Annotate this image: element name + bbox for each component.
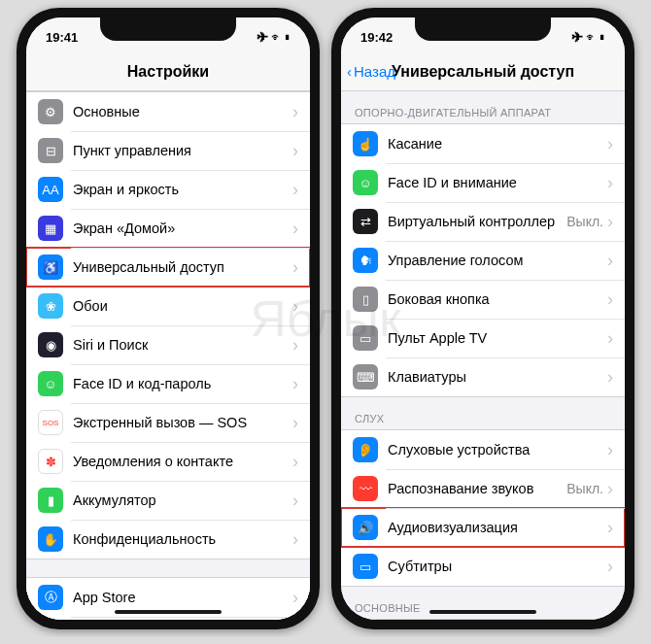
apple-tv-remote-icon: ▭: [353, 325, 378, 351]
row-privacy[interactable]: ✋Конфиденциальность›: [26, 520, 310, 559]
row-hearing-devices[interactable]: 👂Слуховые устройства›: [341, 430, 625, 469]
row-label: Siri и Поиск: [73, 337, 292, 353]
row-apple-tv-remote[interactable]: ▭Пульт Apple TV›: [341, 319, 625, 357]
chevron-right-icon: ›: [292, 335, 298, 356]
exposure-icon: ✽: [38, 449, 63, 474]
battery-icon: ▮: [38, 488, 63, 513]
chevron-right-icon: ›: [292, 296, 298, 317]
chevron-right-icon: ›: [292, 257, 298, 278]
settings-group: ⚙Основные›⊟Пункт управления›AAЭкран и яр…: [26, 91, 310, 559]
side-button-icon: ▯: [353, 287, 378, 312]
row-keyboards[interactable]: ⌨Клавиатуры›: [341, 357, 625, 396]
touch-icon: ☝: [353, 131, 378, 156]
settings-group: 👂Слуховые устройства›〰Распознавание звук…: [341, 429, 625, 587]
row-label: Обои: [73, 298, 292, 314]
chevron-right-icon: ›: [292, 529, 298, 550]
row-audio-visual[interactable]: 🔊Аудиовизуализация›: [341, 508, 625, 547]
row-siri[interactable]: ◉Siri и Поиск›: [26, 325, 310, 364]
chevron-right-icon: ›: [292, 588, 298, 608]
row-label: Face ID и внимание: [388, 175, 607, 190]
row-face-attention[interactable]: ☺Face ID и внимание›: [341, 163, 625, 202]
switch-control-icon: ⇄: [353, 209, 378, 234]
siri-icon: ◉: [38, 332, 63, 357]
subtitles-icon: ▭: [353, 554, 378, 579]
appstore-icon: Ⓐ: [38, 585, 63, 610]
chevron-right-icon: ›: [607, 134, 613, 154]
row-label: Пункт управления: [73, 143, 292, 158]
privacy-icon: ✋: [38, 526, 63, 552]
voice-control-icon: 🗣: [353, 248, 378, 273]
chevron-right-icon: ›: [607, 557, 613, 577]
back-button[interactable]: ‹ Назад: [347, 63, 395, 80]
page-title: Настройки: [127, 63, 209, 81]
row-sos[interactable]: SOSЭкстренный вызов — SOS›: [26, 403, 310, 442]
chevron-right-icon: ›: [607, 518, 613, 538]
notch: [100, 17, 236, 41]
row-label: Конфиденциальность: [73, 531, 292, 547]
chevron-right-icon: ›: [607, 212, 613, 232]
section-header: ОПОРНО-ДВИГАТЕЛЬНЫЙ АППАРАТ: [341, 91, 625, 123]
keyboards-icon: ⌨: [353, 364, 378, 390]
chevron-right-icon: ›: [292, 413, 298, 433]
row-subtitles[interactable]: ▭Субтитры›: [341, 547, 625, 586]
row-wallpaper[interactable]: ❀Обои›: [26, 287, 310, 325]
settings-list[interactable]: ⚙Основные›⊟Пункт управления›AAЭкран и яр…: [26, 91, 310, 620]
row-label: Face ID и код-пароль: [73, 376, 292, 391]
row-label: Субтитры: [388, 559, 607, 574]
row-faceid[interactable]: ☺Face ID и код-пароль›: [26, 364, 310, 403]
general-icon: ⚙: [38, 99, 63, 124]
row-sound-recognition[interactable]: 〰Распознавание звуковВыкл.›: [341, 469, 625, 508]
hearing-devices-icon: 👂: [353, 437, 378, 462]
row-label: App Store: [73, 590, 292, 605]
chevron-right-icon: ›: [607, 251, 613, 271]
row-general[interactable]: ⚙Основные›: [26, 92, 310, 131]
row-label: Аккумулятор: [73, 492, 292, 508]
row-voice-control[interactable]: 🗣Управление голосом›: [341, 241, 625, 280]
audio-visual-icon: 🔊: [353, 515, 378, 540]
row-label: Клавиатуры: [388, 369, 607, 385]
status-icons: ✈ ᯤ ▮: [572, 31, 605, 43]
display-icon: AA: [38, 177, 63, 202]
chevron-right-icon: ›: [292, 491, 298, 511]
notch: [415, 17, 551, 41]
chevron-right-icon: ›: [607, 328, 613, 349]
home-indicator[interactable]: [115, 610, 222, 614]
status-time: 19:42: [360, 30, 393, 45]
row-label: Распознавание звуков: [388, 481, 566, 496]
accessibility-icon: ♿: [38, 254, 63, 280]
page-title: Универсальный доступ: [392, 63, 574, 81]
row-label: Боковая кнопка: [388, 291, 607, 307]
row-switch-control[interactable]: ⇄Виртуальный контроллерВыкл.›: [341, 202, 625, 241]
nav-bar: Настройки: [26, 52, 310, 91]
phone-right: 19:42 ✈ ᯤ ▮ ‹ Назад Универсальный доступ…: [331, 8, 634, 629]
row-display[interactable]: AAЭкран и яркость›: [26, 170, 310, 209]
row-control-center[interactable]: ⊟Пункт управления›: [26, 131, 310, 170]
home-indicator[interactable]: [429, 610, 536, 614]
row-exposure[interactable]: ✽Уведомления о контакте›: [26, 442, 310, 481]
chevron-right-icon: ›: [607, 173, 613, 193]
row-label: Пульт Apple TV: [388, 330, 607, 346]
row-accessibility[interactable]: ♿Универсальный доступ›: [26, 248, 310, 287]
chevron-right-icon: ›: [292, 452, 298, 472]
accessibility-list[interactable]: ОПОРНО-ДВИГАТЕЛЬНЫЙ АППАРАТ☝Касание›☺Fac…: [341, 91, 625, 620]
nav-bar: ‹ Назад Универсальный доступ: [341, 52, 625, 91]
section-header: СЛУХ: [341, 397, 625, 429]
sound-recognition-icon: 〰: [353, 476, 378, 501]
row-touch[interactable]: ☝Касание›: [341, 124, 625, 163]
chevron-right-icon: ›: [292, 219, 298, 239]
row-wallet[interactable]: ▭Wallet и Apple Pay›: [26, 617, 310, 620]
row-battery[interactable]: ▮Аккумулятор›: [26, 481, 310, 520]
control-center-icon: ⊟: [38, 138, 63, 163]
row-label: Уведомления о контакте: [73, 454, 292, 469]
row-label: Касание: [388, 136, 607, 152]
row-label: Экран и яркость: [73, 182, 292, 197]
status-icons: ✈ ᯤ ▮: [257, 31, 291, 43]
home-screen-icon: ▦: [38, 216, 63, 241]
row-label: Экстренный вызов — SOS: [73, 415, 292, 430]
row-home-screen[interactable]: ▦Экран «Домой»›: [26, 209, 310, 248]
section-header: ОСНОВНЫЕ: [341, 587, 625, 619]
row-side-button[interactable]: ▯Боковая кнопка›: [341, 280, 625, 319]
wallpaper-icon: ❀: [38, 293, 63, 319]
row-label: Экран «Домой»: [73, 220, 292, 236]
chevron-right-icon: ›: [607, 289, 613, 310]
